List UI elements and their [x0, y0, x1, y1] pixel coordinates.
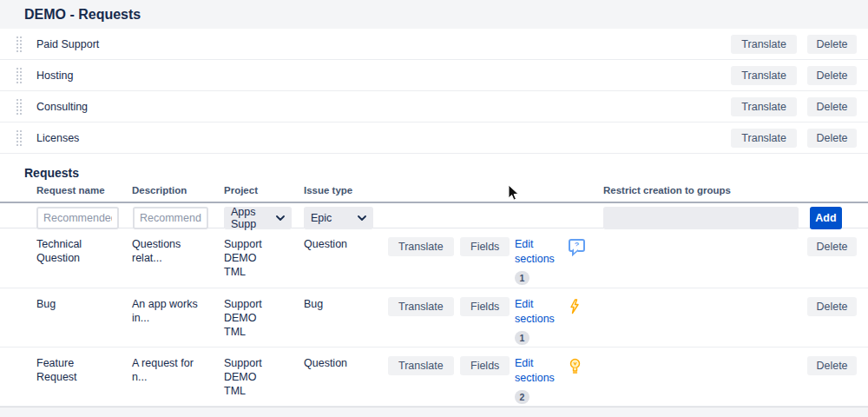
request-type-row: Hosting Translate Delete	[0, 60, 868, 91]
issue-type-cell: Question	[304, 237, 388, 251]
add-button[interactable]: Add	[810, 207, 842, 229]
translate-button[interactable]: Translate	[731, 66, 797, 85]
request-type-row: Licenses Translate Delete	[0, 122, 868, 154]
drag-handle-icon[interactable]	[16, 129, 23, 148]
delete-button[interactable]: Delete	[807, 97, 857, 116]
page-header: DEMO - Requests	[0, 0, 868, 29]
translate-button[interactable]: Translate	[731, 129, 797, 148]
add-request-row: Apps Supp Epic Add	[0, 203, 868, 228]
drag-handle-icon[interactable]	[16, 35, 23, 54]
drag-handle-icon[interactable]	[16, 66, 23, 85]
delete-button[interactable]: Delete	[807, 129, 857, 148]
description-cell: A request for n...	[132, 356, 224, 384]
request-row: Bug An app works in... Support DEMO TML …	[0, 288, 868, 348]
col-header-description: Description	[132, 185, 187, 195]
description-input[interactable]	[133, 207, 208, 229]
chevron-down-icon	[358, 215, 366, 221]
delete-button[interactable]: Delete	[807, 66, 857, 85]
fields-button[interactable]: Fields	[460, 297, 510, 316]
request-row: Technical Question Questions relat... Su…	[0, 228, 868, 288]
issue-type-select-value: Epic	[311, 212, 332, 224]
edit-sections-link[interactable]: Edit sections	[515, 356, 560, 386]
translate-button[interactable]: Translate	[388, 237, 454, 256]
delete-button[interactable]: Delete	[807, 297, 857, 316]
sections-count-badge: 1	[515, 331, 529, 345]
request-row: Feature Request A request for n... Suppo…	[0, 348, 868, 407]
request-type-row: Paid Support Translate Delete	[0, 29, 868, 60]
footer-band	[0, 407, 868, 417]
table-header-row: Request name Description Project Issue t…	[0, 180, 868, 203]
sections-count-badge: 1	[515, 271, 529, 285]
project-cell: Support DEMO TML	[224, 297, 304, 339]
project-select[interactable]: Apps Supp	[224, 207, 292, 229]
edit-sections-link[interactable]: Edit sections	[515, 237, 560, 267]
issue-type-cell: Question	[304, 356, 388, 370]
requests-section-title: Requests	[24, 166, 868, 180]
col-header-project: Project	[224, 185, 258, 195]
question-bubble-icon: ?	[569, 239, 585, 252]
drag-handle-icon[interactable]	[16, 97, 23, 116]
lightning-icon	[569, 299, 580, 314]
translate-button[interactable]: Translate	[388, 356, 454, 375]
request-name-cell: Technical Question	[36, 237, 132, 265]
app-window: DEMO - Requests Paid Support Translate D…	[0, 0, 868, 417]
request-type-label: Paid Support	[36, 38, 99, 50]
col-header-restrict-groups: Restrict creation to groups	[603, 185, 731, 195]
chevron-down-icon	[276, 215, 285, 221]
col-header-request-name: Request name	[36, 185, 105, 195]
delete-button[interactable]: Delete	[807, 356, 857, 375]
project-select-value: Apps Supp	[231, 206, 273, 230]
restrict-groups-input[interactable]	[603, 207, 799, 229]
sections-count-badge: 2	[515, 390, 529, 404]
request-type-label: Licenses	[36, 132, 79, 144]
project-cell: Support DEMO TML	[224, 237, 304, 279]
fields-button[interactable]: Fields	[460, 356, 510, 375]
request-name-input[interactable]	[36, 207, 119, 229]
request-type-row: Consulting Translate Delete	[0, 91, 868, 122]
request-name-cell: Feature Request	[36, 356, 132, 384]
edit-sections-link[interactable]: Edit sections	[515, 297, 560, 327]
issue-type-select[interactable]: Epic	[304, 207, 373, 229]
translate-button[interactable]: Translate	[388, 297, 454, 316]
delete-button[interactable]: Delete	[807, 35, 857, 54]
translate-button[interactable]: Translate	[731, 97, 797, 116]
lightbulb-icon	[569, 358, 582, 374]
fields-button[interactable]: Fields	[460, 237, 510, 256]
translate-button[interactable]: Translate	[731, 35, 797, 54]
delete-button[interactable]: Delete	[807, 237, 857, 256]
issue-type-cell: Bug	[304, 297, 388, 311]
col-header-issue-type: Issue type	[304, 185, 352, 195]
request-type-label: Hosting	[36, 70, 73, 82]
description-cell: An app works in...	[132, 297, 224, 325]
request-name-cell: Bug	[36, 297, 132, 311]
project-cell: Support DEMO TML	[224, 356, 304, 398]
description-cell: Questions relat...	[132, 237, 224, 265]
page-title: DEMO - Requests	[24, 7, 141, 23]
request-type-label: Consulting	[36, 101, 88, 113]
